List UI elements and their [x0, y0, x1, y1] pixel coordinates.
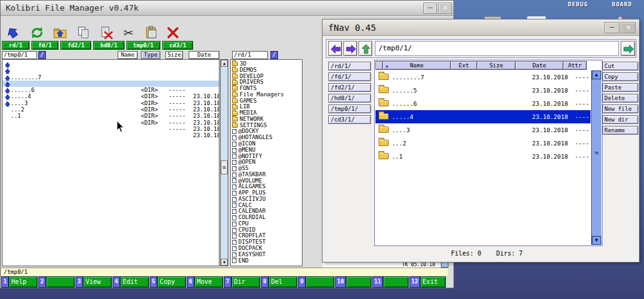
- fm-info-marker: [441, 262, 448, 268]
- table-row[interactable]: END: [231, 258, 302, 264]
- fm-minimize-button[interactable]: –: [423, 3, 437, 14]
- action-button[interactable]: Rename: [602, 126, 638, 135]
- table-row[interactable]: ...2 23.10.2018 ----: [375, 137, 591, 150]
- desktop-label-debug[interactable]: DEBUG: [568, 1, 588, 8]
- file-name: @MENU: [238, 147, 255, 154]
- back-button[interactable]: [328, 41, 342, 56]
- function-key-button[interactable]: 6 Move: [187, 276, 223, 288]
- table-row[interactable]: ..1 23.10.2018 ----: [375, 150, 591, 163]
- scroll-down-icon[interactable]: ▼: [221, 259, 228, 266]
- fm-left-file-list[interactable]: ........7 <DIR> ----- 23.10.18 ......5 <…: [2, 59, 219, 266]
- drive-button[interactable]: cd3/1: [162, 41, 193, 50]
- action-button[interactable]: Copy: [602, 72, 638, 81]
- scroll-up-icon[interactable]: ▲: [592, 71, 601, 79]
- scroll-down-icon[interactable]: ▼: [592, 236, 601, 245]
- action-button[interactable]: New dir: [602, 115, 638, 124]
- function-key-button[interactable]: 12 Exit: [409, 276, 446, 288]
- file-attr: ----: [575, 100, 589, 107]
- fm-left-root-button[interactable]: /: [38, 51, 46, 59]
- table-row[interactable]: ...2 <DIR> ----- 23.10.18: [3, 93, 219, 99]
- header-size[interactable]: Size: [477, 61, 516, 70]
- address-input[interactable]: /tmp0/1/: [375, 41, 619, 56]
- action-button[interactable]: Cut: [602, 62, 638, 71]
- go-button[interactable]: [621, 41, 635, 56]
- table-row[interactable]: .....4 23.10.2018 ----: [375, 110, 591, 123]
- sidebar-drive-button[interactable]: /rd/1/: [328, 62, 371, 71]
- function-key-button[interactable]: 2: [38, 276, 75, 288]
- forward-button[interactable]: [343, 41, 357, 56]
- action-button[interactable]: Paste: [602, 83, 638, 92]
- drive-button[interactable]: fd2/1: [60, 41, 91, 50]
- sidebar-drive-button[interactable]: /tmp0/1/: [328, 104, 371, 113]
- function-key-button[interactable]: 9: [298, 276, 335, 288]
- fkey-label: [46, 276, 75, 288]
- table-row[interactable]: .....4 <DIR> ----- 23.10.18: [3, 81, 219, 87]
- scroll-thumb[interactable]: ≡: [592, 150, 601, 156]
- fm-column-name[interactable]: Name: [118, 51, 138, 59]
- function-key-button[interactable]: 7 Dir: [224, 276, 260, 288]
- refresh-icon[interactable]: [30, 26, 44, 40]
- fm-right-path-field[interactable]: /rd/1: [232, 51, 268, 59]
- table-row[interactable]: ......6 <DIR> ----- 23.10.18: [3, 74, 219, 81]
- sidebar-drive-button[interactable]: /fd2/1/: [328, 83, 371, 92]
- fm-close-button[interactable]: ×: [438, 3, 452, 14]
- drive-button[interactable]: fd/1: [31, 41, 59, 50]
- fnav-file-list[interactable]: ▲Name Ext Size Date Attr ........7 23.10…: [374, 60, 602, 246]
- header-name[interactable]: ▲Name: [382, 61, 451, 70]
- function-key-button[interactable]: 4 Edit: [113, 276, 149, 288]
- fnav-title-bar[interactable]: fNav 0.45 – ×: [323, 20, 639, 36]
- fm-title-bar[interactable]: Kolibri File Manager v0.47k – ×: [1, 1, 453, 16]
- fm-column-date[interactable]: Date: [189, 51, 219, 59]
- table-row[interactable]: ......6 23.10.2018 ----: [375, 97, 591, 110]
- folder-up-icon[interactable]: [53, 26, 67, 40]
- sidebar-drive-button[interactable]: /hd0/1/: [328, 94, 371, 103]
- up-icon[interactable]: [7, 26, 21, 40]
- file-kind-icon: [232, 203, 236, 208]
- table-row[interactable]: ......5 23.10.2018 ----: [375, 84, 591, 97]
- cut-icon[interactable]: ✂: [123, 26, 137, 40]
- fm-left-path-field[interactable]: /tmp0/1: [2, 51, 37, 59]
- action-button[interactable]: New file: [602, 104, 638, 113]
- table-row[interactable]: ........7 <DIR> ----- 23.10.18: [3, 61, 219, 67]
- table-row[interactable]: ..1 <DIR> ----- 23.10.18: [3, 100, 219, 106]
- file-kind-icon: [232, 93, 238, 97]
- scroll-thumb[interactable]: ≡: [221, 161, 228, 174]
- table-row[interactable]: ......5 <DIR> ----- 23.10.18: [3, 67, 219, 74]
- function-key-button[interactable]: 3 View: [75, 276, 112, 288]
- fnav-minimize-button[interactable]: –: [604, 22, 619, 33]
- table-row[interactable]: ........7 23.10.2018 ----: [375, 71, 591, 84]
- drive-button[interactable]: tmp0/1: [126, 41, 161, 50]
- drive-button[interactable]: hd0/1: [93, 41, 124, 50]
- sidebar-drive-button[interactable]: /fd/1/: [328, 72, 371, 81]
- delete-icon[interactable]: [166, 26, 180, 40]
- move-icon[interactable]: [100, 26, 114, 40]
- copy-icon[interactable]: [77, 26, 91, 40]
- up-button[interactable]: [358, 41, 372, 56]
- fnav-close-button[interactable]: ×: [621, 22, 636, 33]
- sidebar-drive-button[interactable]: /cd3/1/: [328, 115, 371, 124]
- drive-button[interactable]: rd/1: [2, 41, 30, 50]
- fm-left-scrollbar[interactable]: ▲ ≡ ▼: [220, 59, 228, 266]
- fm-right-root-button[interactable]: /: [270, 51, 278, 59]
- paste-icon[interactable]: [145, 26, 158, 40]
- fm-right-file-list[interactable]: 3D DEMOS DEVELOP DRIVERS FONTS: [230, 59, 303, 266]
- table-row[interactable]: ....3 <DIR> ----- 23.10.18: [3, 87, 219, 93]
- fnav-scrollbar[interactable]: ▲ ≡ ▼: [591, 71, 601, 245]
- fm-column-size[interactable]: Size: [165, 51, 183, 59]
- function-key-button[interactable]: 5 Copy: [150, 276, 186, 288]
- fm-column-type[interactable]: Type: [141, 51, 160, 59]
- scroll-up-icon[interactable]: ▲: [221, 60, 228, 67]
- function-key-button[interactable]: 10: [335, 276, 372, 288]
- header-date[interactable]: Date: [515, 61, 564, 70]
- header-attr[interactable]: Attr: [563, 61, 587, 70]
- desktop-label-board[interactable]: BOARD: [612, 1, 632, 8]
- fkey-label: Copy: [157, 276, 186, 288]
- go-arrow-icon: [623, 43, 635, 55]
- table-row[interactable]: ....3 23.10.2018 ----: [375, 123, 591, 137]
- function-key-button[interactable]: 1 Help: [1, 276, 38, 288]
- header-ext[interactable]: Ext: [450, 61, 477, 70]
- action-button[interactable]: Delete: [602, 94, 638, 103]
- function-key-button[interactable]: 11: [372, 276, 409, 288]
- function-key-button[interactable]: 8 Del: [261, 276, 297, 288]
- fnav-rows: ........7 23.10.2018 ---- ......5 23.10.…: [375, 71, 591, 245]
